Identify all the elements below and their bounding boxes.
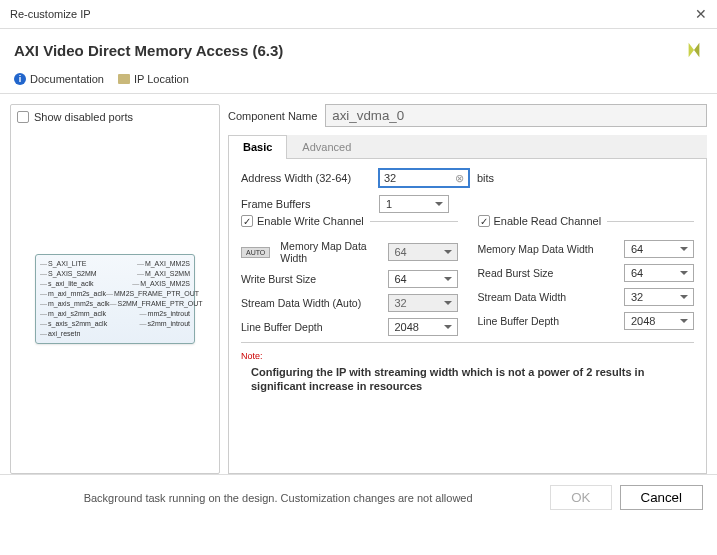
port-right: MM2S_FRAME_PTR_OUT bbox=[106, 289, 199, 299]
port-right: M_AXI_S2MM bbox=[137, 269, 190, 279]
read-sdw-select[interactable]: 32 bbox=[624, 288, 694, 306]
folder-icon bbox=[118, 74, 130, 84]
note-label: Note: bbox=[241, 351, 694, 361]
header: AXI Video Direct Memory Access (6.3) bbox=[0, 29, 717, 69]
right-panel: Component Name Basic Advanced Address Wi… bbox=[228, 104, 707, 474]
tab-body-basic: Address Width (32-64) 32⊗ bits Frame Buf… bbox=[228, 159, 707, 474]
port-left: S_AXI_LITE bbox=[40, 259, 87, 269]
read-lbd-select[interactable]: 2048 bbox=[624, 312, 694, 330]
write-channel: Enable Write Channel AUTOMemory Map Data… bbox=[241, 221, 458, 342]
component-name-input[interactable] bbox=[325, 104, 707, 127]
frame-buffers-label: Frame Buffers bbox=[241, 198, 371, 210]
port-left: m_axi_mm2s_aclk bbox=[40, 289, 106, 299]
address-width-input[interactable]: 32⊗ bbox=[379, 169, 469, 187]
documentation-label: Documentation bbox=[30, 73, 104, 85]
cancel-button[interactable]: Cancel bbox=[620, 485, 704, 510]
ip-block: S_AXI_LITEM_AXI_MM2S S_AXIS_S2MMM_AXI_S2… bbox=[35, 254, 195, 344]
left-panel: Show disabled ports S_AXI_LITEM_AXI_MM2S… bbox=[10, 104, 220, 474]
port-right: mm2s_introut bbox=[140, 309, 190, 319]
port-right: s2mm_introut bbox=[140, 319, 190, 329]
show-disabled-ports-checkbox[interactable] bbox=[17, 111, 29, 123]
show-disabled-ports-label: Show disabled ports bbox=[34, 111, 133, 123]
read-burst-select[interactable]: 64 bbox=[624, 264, 694, 282]
write-mmdw-select[interactable]: 64 bbox=[388, 243, 458, 261]
read-mmdw-label: Memory Map Data Width bbox=[478, 243, 619, 255]
show-disabled-ports-row[interactable]: Show disabled ports bbox=[17, 111, 213, 123]
frame-buffers-select[interactable]: 1 bbox=[379, 195, 449, 213]
read-channel: Enable Read Channel Memory Map Data Widt… bbox=[478, 221, 695, 342]
enable-read-label: Enable Read Channel bbox=[494, 215, 602, 227]
titlebar: Re-customize IP ✕ bbox=[0, 0, 717, 29]
write-burst-select[interactable]: 64 bbox=[388, 270, 458, 288]
read-lbd-label: Line Buffer Depth bbox=[478, 315, 619, 327]
enable-write-checkbox[interactable] bbox=[241, 215, 253, 227]
note-text: Configuring the IP with streaming width … bbox=[251, 365, 694, 394]
write-burst-label: Write Burst Size bbox=[241, 273, 382, 285]
port-left: axi_resetn bbox=[40, 329, 80, 339]
xilinx-logo-icon bbox=[685, 41, 703, 59]
ip-location-label: IP Location bbox=[134, 73, 189, 85]
read-burst-label: Read Burst Size bbox=[478, 267, 619, 279]
channels: Enable Write Channel AUTOMemory Map Data… bbox=[241, 221, 694, 342]
address-width-row: Address Width (32-64) 32⊗ bits bbox=[241, 169, 694, 187]
ok-button: OK bbox=[550, 485, 611, 510]
component-name-label: Component Name bbox=[228, 110, 317, 122]
frame-buffers-row: Frame Buffers 1 bbox=[241, 195, 694, 213]
documentation-link[interactable]: i Documentation bbox=[14, 73, 104, 85]
port-left: m_axi_s2mm_aclk bbox=[40, 309, 106, 319]
page-title: AXI Video Direct Memory Access (6.3) bbox=[14, 42, 283, 59]
read-sdw-label: Stream Data Width bbox=[478, 291, 619, 303]
main: Show disabled ports S_AXI_LITEM_AXI_MM2S… bbox=[0, 94, 717, 474]
enable-read-checkbox[interactable] bbox=[478, 215, 490, 227]
write-sdw-select[interactable]: 32 bbox=[388, 294, 458, 312]
tab-basic[interactable]: Basic bbox=[228, 135, 287, 159]
toolbar: i Documentation IP Location bbox=[0, 69, 717, 94]
port-right: M_AXI_MM2S bbox=[137, 259, 190, 269]
port-left: s_axi_lite_aclk bbox=[40, 279, 94, 289]
address-width-label: Address Width (32-64) bbox=[241, 172, 371, 184]
component-name-row: Component Name bbox=[228, 104, 707, 127]
ip-diagram: S_AXI_LITEM_AXI_MM2S S_AXIS_S2MMM_AXI_S2… bbox=[17, 131, 213, 467]
read-mmdw-select[interactable]: 64 bbox=[624, 240, 694, 258]
tabs: Basic Advanced bbox=[228, 135, 707, 159]
write-sdw-label: Stream Data Width (Auto) bbox=[241, 297, 382, 309]
footer: Background task running on the design. C… bbox=[0, 474, 717, 520]
port-left: S_AXIS_S2MM bbox=[40, 269, 97, 279]
close-icon[interactable]: ✕ bbox=[695, 6, 707, 22]
tab-advanced[interactable]: Advanced bbox=[287, 135, 366, 158]
ip-location-link[interactable]: IP Location bbox=[118, 73, 189, 85]
write-lbd-select[interactable]: 2048 bbox=[388, 318, 458, 336]
footer-message: Background task running on the design. C… bbox=[14, 492, 542, 504]
clear-icon[interactable]: ⊗ bbox=[455, 172, 464, 185]
port-left: m_axis_mm2s_aclk bbox=[40, 299, 109, 309]
port-left: s_axis_s2mm_aclk bbox=[40, 319, 107, 329]
address-width-units: bits bbox=[477, 172, 494, 184]
port-right: M_AXIS_MM2S bbox=[132, 279, 190, 289]
window-title: Re-customize IP bbox=[10, 8, 91, 20]
info-icon: i bbox=[14, 73, 26, 85]
enable-write-label: Enable Write Channel bbox=[257, 215, 364, 227]
write-mmdw-label: Memory Map Data Width bbox=[280, 240, 381, 264]
port-right: S2MM_FRAME_PTR_OUT bbox=[109, 299, 202, 309]
auto-badge: AUTO bbox=[241, 247, 270, 258]
write-lbd-label: Line Buffer Depth bbox=[241, 321, 382, 333]
